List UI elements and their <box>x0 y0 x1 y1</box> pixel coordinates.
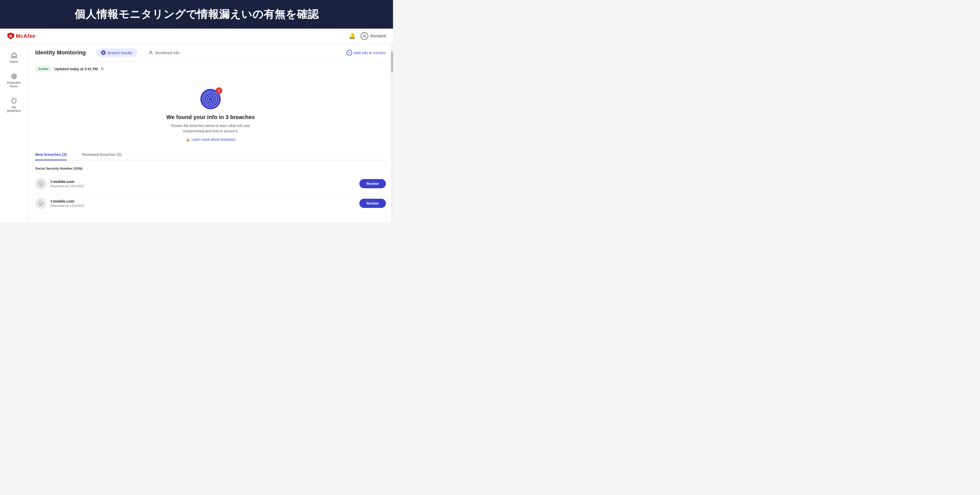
logo-text: McAfee <box>16 33 35 39</box>
add-info-to-monitor-button[interactable]: + Add info to monitor <box>347 50 386 56</box>
scrollbar-track <box>391 44 393 222</box>
breach-content: 3 We found your info in 3 breaches Revie… <box>28 76 393 221</box>
breach-item-fingerprint-icon-2 <box>35 198 46 209</box>
active-badge: Active <box>35 66 51 72</box>
reviewed-breaches-tab[interactable]: Reviewed breaches (0) <box>82 149 121 160</box>
svg-point-10 <box>150 51 151 53</box>
breach-hero: 3 We found your info in 3 breaches Revie… <box>35 84 386 149</box>
breach-item-name-1: t-mobile.com <box>51 179 355 184</box>
svg-text:M: M <box>10 35 12 38</box>
radar-ring-4 <box>202 91 219 107</box>
account-button[interactable]: Account <box>361 32 386 40</box>
learn-more-link[interactable]: 🔒 Learn more about breaches <box>186 137 235 142</box>
status-bar: Active Updated today at 3:41 PM ↻ <box>28 62 393 76</box>
account-label: Account <box>370 34 386 38</box>
breach-item-name-2: t-mobile.com <box>51 199 355 203</box>
plus-icon: + <box>347 50 352 56</box>
breach-results-tab-label: Breach results <box>108 51 132 55</box>
mcafee-logo: M McAfee <box>7 32 35 40</box>
monitored-info-tab-icon <box>148 50 153 55</box>
breach-item-date-1: Reported on 12/1/2021 <box>51 184 355 188</box>
tab-monitored-info[interactable]: Monitored info <box>143 48 185 57</box>
breach-title: We found your info in 3 breaches <box>166 114 255 121</box>
sidebar-my-protection-label: My protection <box>5 105 23 113</box>
breach-item-info-2: t-mobile.com Reported on 12/1/2021 <box>51 199 355 208</box>
refresh-icon[interactable]: ↻ <box>101 66 104 71</box>
account-avatar-icon <box>361 32 368 40</box>
new-breaches-tab[interactable]: New breaches (3) <box>35 149 67 160</box>
breach-filter-tabs: New breaches (3) Reviewed breaches (0) <box>35 149 386 160</box>
review-button-2[interactable]: Review <box>360 199 386 208</box>
sidebar-item-protection-score[interactable]: Protection Score <box>3 70 25 92</box>
tab-breach-results[interactable]: Breach results <box>96 48 137 57</box>
sidebar: Home Protection Score My protection <box>0 44 28 222</box>
radar-rings <box>203 91 218 107</box>
mcafee-shield-icon: M <box>7 32 14 40</box>
breach-list-item: t-mobile.com Reported on 12/1/2021 Revie… <box>35 174 386 193</box>
breach-count-badge: 3 <box>216 87 222 94</box>
learn-more-icon: 🔒 <box>186 137 190 142</box>
review-button-1[interactable]: Review <box>360 179 386 188</box>
banner-text: 個人情報モニタリングで情報漏えいの有無を確認 <box>75 8 319 20</box>
scrollbar-thumb[interactable] <box>391 51 393 72</box>
main-layout: Home Protection Score My protection Iden… <box>0 44 393 222</box>
sidebar-protection-score-label: Protection Score <box>5 81 23 88</box>
svg-point-3 <box>363 34 366 36</box>
topnav-right: 🔔 Account <box>348 32 386 40</box>
add-info-label: Add info to monitor <box>354 51 386 55</box>
breach-description: Review the breaches below to learn what … <box>162 123 259 134</box>
svg-point-6 <box>14 76 14 77</box>
breach-results-tab-icon <box>101 50 106 55</box>
breach-item-date-2: Reported on 12/1/2021 <box>51 204 355 208</box>
protection-score-icon <box>11 73 17 80</box>
updated-text: Updated today at 3:41 PM <box>54 67 98 71</box>
breach-item-fingerprint-icon-1 <box>35 178 46 189</box>
breach-item-info-1: t-mobile.com Reported on 12/1/2021 <box>51 179 355 188</box>
home-icon <box>11 53 17 59</box>
page-title: Identity Monitoring <box>35 49 86 56</box>
breach-icon-wrapper: 3 <box>200 89 221 109</box>
sidebar-home-label: Home <box>10 60 18 64</box>
sidebar-item-my-protection[interactable]: My protection <box>3 94 25 116</box>
svg-point-9 <box>103 53 103 53</box>
sidebar-item-home[interactable]: Home <box>3 49 25 67</box>
monitored-info-tab-label: Monitored info <box>155 51 180 55</box>
notification-bell-icon[interactable]: 🔔 <box>348 33 355 39</box>
breach-list-item: t-mobile.com Reported on 12/1/2021 Revie… <box>35 193 386 213</box>
my-protection-icon <box>11 98 17 104</box>
top-navigation: M McAfee 🔔 Account <box>0 29 393 44</box>
promo-banner: 個人情報モニタリングで情報漏えいの有無を確認 <box>0 0 393 29</box>
main-content-area: Identity Monitoring Breach results Monit… <box>28 44 393 222</box>
learn-more-text: Learn more about breaches <box>192 137 235 142</box>
section-title-ssn: Social Security Number (SSN) <box>35 166 386 170</box>
page-header: Identity Monitoring Breach results Monit… <box>28 44 393 62</box>
